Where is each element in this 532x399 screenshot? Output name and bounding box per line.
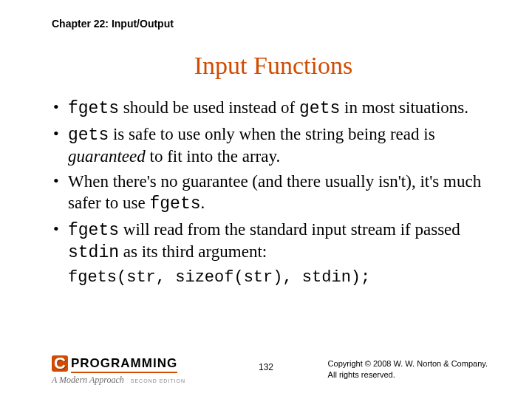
- text: should be used instead of: [119, 98, 299, 117]
- italic-text: guaranteed: [68, 147, 146, 166]
- code-span: fgets: [150, 194, 201, 214]
- code-span: gets: [68, 126, 109, 145]
- slide-title: Input Functions: [52, 52, 495, 80]
- text: in most situations.: [340, 98, 468, 117]
- bullet-list: fgets should be used instead of gets in …: [52, 98, 495, 263]
- book-logo: C PROGRAMMING A Modern Approach SECOND E…: [52, 355, 207, 386]
- text: will read from the standard input stream…: [119, 220, 460, 239]
- chapter-label: Chapter 22: Input/Output: [52, 18, 495, 30]
- logo-badge: C: [52, 355, 68, 372]
- bullet-item: fgets should be used instead of gets in …: [52, 98, 495, 120]
- text: is safe to use only when the string bein…: [109, 125, 434, 143]
- text: When there's no guarantee (and there usu…: [68, 172, 481, 212]
- logo-letter: C: [54, 354, 66, 373]
- text: as its third argument:: [119, 242, 267, 261]
- code-span: fgets: [68, 221, 119, 240]
- code-span: stdin: [68, 243, 119, 262]
- logo-wordmark: PROGRAMMING: [71, 356, 177, 371]
- slide-footer: C PROGRAMMING A Modern Approach SECOND E…: [0, 353, 532, 386]
- code-span: gets: [299, 99, 340, 118]
- logo-subtitle: A Modern Approach SECOND EDITION: [52, 375, 207, 386]
- bullet-item: When there's no guarantee (and there usu…: [52, 171, 495, 215]
- copyright-line: All rights reserved.: [328, 369, 488, 380]
- code-block: fgets(str, sizeof(str), stdin);: [68, 267, 495, 288]
- copyright: Copyright © 2008 W. W. Norton & Company.…: [328, 358, 488, 380]
- text: to fit into the array.: [146, 147, 280, 166]
- slide-body: fgets should be used instead of gets in …: [52, 98, 495, 288]
- slide: Chapter 22: Input/Output Input Functions…: [0, 0, 532, 399]
- logo-subtitle-text: A Modern Approach: [52, 375, 124, 385]
- bullet-item: fgets will read from the standard input …: [52, 219, 495, 264]
- page-number: 132: [259, 362, 273, 372]
- bullet-item: gets is safe to use only when the string…: [52, 124, 495, 168]
- logo-edition: SECOND EDITION: [131, 378, 185, 383]
- code-span: fgets: [68, 99, 119, 118]
- text: .: [201, 194, 205, 212]
- logo-main: C PROGRAMMING: [52, 355, 207, 372]
- copyright-line: Copyright © 2008 W. W. Norton & Company.: [328, 358, 488, 369]
